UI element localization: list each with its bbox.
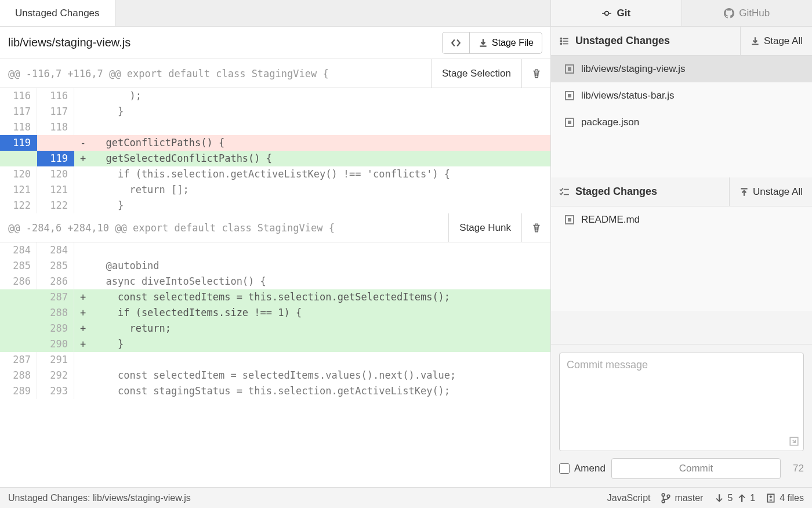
file-item-path: lib/views/staging-view.js	[581, 63, 686, 75]
char-count: 72	[786, 463, 804, 474]
diff-sign	[74, 352, 92, 368]
diff-line[interactable]: 290+ }	[0, 336, 550, 352]
move-down-icon	[750, 36, 760, 46]
diff-code: if (this.selection.getActiveListKey() !=…	[92, 166, 550, 182]
diff-line[interactable]: 116116 );	[0, 88, 550, 104]
gutter-old: 121	[0, 182, 37, 198]
diff-code: @autobind	[92, 258, 550, 274]
diff-sign: +	[74, 336, 92, 352]
diff-sign	[74, 119, 92, 135]
diff-code: }	[92, 336, 550, 352]
unstage-all-button[interactable]: Unstage All	[729, 177, 812, 206]
amend-checkbox-input[interactable]	[559, 463, 570, 474]
diff-sign: +	[74, 289, 92, 305]
diff-sign	[74, 368, 92, 383]
diff-line[interactable]: 121121 return [];	[0, 182, 550, 198]
diff-line[interactable]: 287291	[0, 352, 550, 368]
status-files[interactable]: 4 files	[766, 493, 804, 503]
diff-line[interactable]: 288+ if (selectedItems.size !== 1) {	[0, 305, 550, 321]
stage-hunk-label: Stage Hunk	[459, 222, 511, 234]
git-commit-icon	[601, 8, 612, 19]
diff-line[interactable]: 118118	[0, 119, 550, 135]
stage-file-button[interactable]: Stage File	[469, 32, 542, 54]
diff-line[interactable]: 287+ const selectedItems = this.selectio…	[0, 289, 550, 305]
diff-code: const stagingStatus = this.selection.get…	[92, 383, 550, 399]
expand-icon[interactable]	[789, 436, 799, 447]
gutter-old: 119	[0, 135, 37, 151]
stage-hunk-button[interactable]: Stage Selection	[431, 59, 521, 88]
diff-code: getSelectedConflictPaths() {	[92, 151, 550, 166]
stage-file-label: Stage File	[492, 38, 534, 48]
diff-line[interactable]: 289+ return;	[0, 321, 550, 336]
diff-line[interactable]: 117117 }	[0, 104, 550, 119]
gutter-old: 289	[0, 383, 37, 399]
gutter-old: 118	[0, 119, 37, 135]
gutter-new: 291	[37, 352, 74, 368]
tab-git[interactable]: Git	[551, 0, 682, 26]
file-header: lib/views/staging-view.js Stage File	[0, 27, 550, 59]
diff-line[interactable]: 122122 }	[0, 198, 550, 213]
commit-message-input[interactable]	[559, 353, 804, 451]
diff-sign: +	[74, 305, 92, 321]
file-item[interactable]: README.md	[551, 206, 812, 233]
diff-code: const selectedItems = this.selection.get…	[92, 289, 550, 305]
commit-button[interactable]: Commit	[611, 458, 781, 479]
diff-code: return [];	[92, 182, 550, 198]
svg-point-1	[560, 38, 561, 39]
file-path: lib/views/staging-view.js	[8, 36, 442, 49]
github-icon	[724, 8, 734, 19]
tab-unstaged-changes[interactable]: Unstaged Changes	[0, 0, 115, 26]
status-bar: Unstaged Changes: lib/views/staging-view…	[0, 487, 812, 508]
stage-all-button[interactable]: Stage All	[740, 27, 812, 55]
stage-hunk-label: Stage Selection	[442, 68, 511, 79]
svg-point-6	[662, 500, 665, 503]
file-item[interactable]: lib/views/staging-view.js	[551, 56, 812, 82]
stage-all-label: Stage All	[764, 35, 803, 47]
staged-header: Staged Changes Unstage All	[551, 177, 812, 206]
diff-line[interactable]: 286286 async diveIntoSelection() {	[0, 274, 550, 289]
gutter-old: 122	[0, 198, 37, 213]
toggle-diff-button[interactable]	[442, 32, 470, 54]
gutter-new: 288	[37, 305, 74, 321]
discard-hunk-button[interactable]	[521, 213, 550, 242]
staged-title: Staged Changes	[575, 186, 657, 198]
svg-point-7	[668, 495, 670, 498]
file-item[interactable]: lib/views/status-bar.js	[551, 82, 812, 109]
amend-checkbox[interactable]: Amend	[559, 463, 606, 474]
diff-line[interactable]: 288292 const selectedItem = selectedItem…	[0, 368, 550, 383]
file-item-path: README.md	[581, 214, 640, 226]
diff-line[interactable]: 119- getConflictPaths() {	[0, 135, 550, 151]
diff-code: }	[92, 104, 550, 119]
checklist-icon	[559, 187, 570, 197]
trash-icon	[531, 223, 542, 233]
diff-sign: +	[74, 321, 92, 336]
list-icon	[559, 36, 570, 46]
status-branch[interactable]: master	[661, 493, 703, 503]
diff-sign	[74, 242, 92, 258]
diff-line[interactable]: 289293 const stagingStatus = this.select…	[0, 383, 550, 399]
modified-icon	[565, 118, 574, 127]
diff-line[interactable]: 285285 @autobind	[0, 258, 550, 274]
tab-github[interactable]: GitHub	[682, 0, 813, 26]
git-branch-icon	[661, 493, 671, 503]
diff-sign	[74, 104, 92, 119]
diff-line[interactable]: 119+ getSelectedConflictPaths() {	[0, 151, 550, 166]
commit-area: Amend Commit 72	[551, 344, 812, 487]
gutter-new: 116	[37, 88, 74, 104]
status-language[interactable]: JavaScript	[607, 493, 651, 503]
git-panel-tabs: Git GitHub	[551, 0, 812, 27]
diff-sign	[74, 383, 92, 399]
stage-hunk-button[interactable]: Stage Hunk	[448, 213, 521, 242]
file-item-path: package.json	[581, 117, 639, 128]
status-sync[interactable]: 5 1	[713, 493, 755, 503]
modified-icon	[565, 91, 574, 100]
unstaged-header: Unstaged Changes Stage All	[551, 27, 812, 56]
arrow-down-icon	[713, 493, 724, 503]
diff-line[interactable]: 284284	[0, 242, 550, 258]
discard-hunk-button[interactable]	[521, 59, 550, 88]
hunk-header: @@ -116,7 +116,7 @@ export default class…	[0, 59, 550, 88]
diff-line[interactable]: 120120 if (this.selection.getActiveListK…	[0, 166, 550, 182]
file-item[interactable]: package.json	[551, 109, 812, 136]
hunk-title: @@ -284,6 +284,10 @@ export default clas…	[0, 222, 448, 234]
gutter-new: 120	[37, 166, 74, 182]
